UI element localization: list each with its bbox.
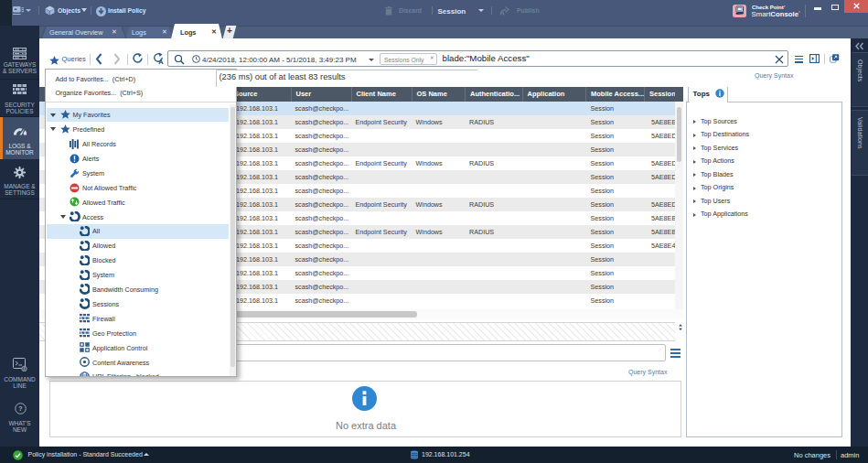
svg-text:?: ? [18,405,22,412]
